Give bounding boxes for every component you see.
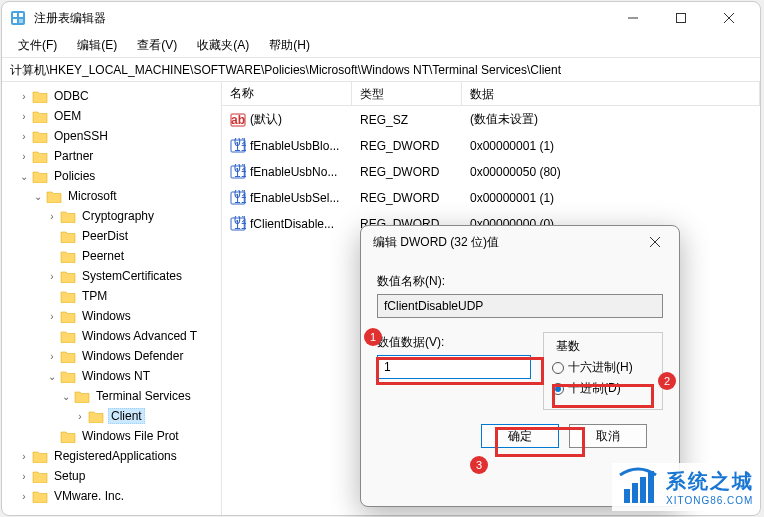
tree-item-label: TPM bbox=[80, 288, 109, 304]
tree-item[interactable]: ›Setup bbox=[2, 466, 221, 486]
tree-item[interactable]: Windows File Prot bbox=[2, 426, 221, 446]
tree-item[interactable]: Windows Advanced T bbox=[2, 326, 221, 346]
folder-icon bbox=[60, 369, 76, 383]
chevron-right-icon[interactable]: › bbox=[16, 111, 32, 122]
radio-hex-label: 十六进制(H) bbox=[568, 359, 633, 376]
tree-item[interactable]: ›VMware. Inc. bbox=[2, 486, 221, 506]
chevron-right-icon[interactable]: › bbox=[16, 91, 32, 102]
dialog-titlebar[interactable]: 编辑 DWORD (32 位)值 bbox=[361, 226, 679, 259]
chevron-right-icon[interactable]: › bbox=[16, 131, 32, 142]
tree-item[interactable]: ⌄Policies bbox=[2, 166, 221, 186]
chevron-right-icon[interactable]: › bbox=[44, 311, 60, 322]
tree-item[interactable]: TPM bbox=[2, 286, 221, 306]
minimize-button[interactable] bbox=[610, 2, 656, 34]
watermark-text-cn: 系统之城 bbox=[666, 468, 754, 495]
folder-icon bbox=[32, 489, 48, 503]
chevron-right-icon[interactable]: › bbox=[44, 351, 60, 362]
menu-help[interactable]: 帮助(H) bbox=[261, 35, 318, 56]
svg-rect-17 bbox=[632, 483, 638, 503]
cancel-button[interactable]: 取消 bbox=[569, 424, 647, 448]
folder-icon bbox=[60, 349, 76, 363]
watermark: 系统之城 XITONG86.COM bbox=[612, 463, 758, 511]
tree-item[interactable]: ›RegisteredApplications bbox=[2, 446, 221, 466]
tree-item-label: SystemCertificates bbox=[80, 268, 184, 284]
chevron-down-icon[interactable]: ⌄ bbox=[30, 191, 46, 202]
value-row[interactable]: fEnableUsbNo...REG_DWORD0x00000050 (80) bbox=[222, 159, 760, 185]
col-header-data[interactable]: 数据 bbox=[462, 82, 760, 105]
dword-value-icon bbox=[230, 216, 246, 232]
col-header-type[interactable]: 类型 bbox=[352, 82, 462, 105]
maximize-button[interactable] bbox=[658, 2, 704, 34]
chevron-down-icon[interactable]: ⌄ bbox=[58, 391, 74, 402]
folder-icon bbox=[32, 469, 48, 483]
tree-item[interactable]: Peernet bbox=[2, 246, 221, 266]
folder-icon bbox=[32, 169, 48, 183]
menu-view[interactable]: 查看(V) bbox=[129, 35, 185, 56]
address-bar[interactable]: 计算机\HKEY_LOCAL_MACHINE\SOFTWARE\Policies… bbox=[2, 58, 760, 82]
tree-item[interactable]: ›SystemCertificates bbox=[2, 266, 221, 286]
tree-item[interactable]: ⌄Terminal Services bbox=[2, 386, 221, 406]
chevron-right-icon[interactable]: › bbox=[44, 271, 60, 282]
svg-rect-19 bbox=[648, 471, 654, 503]
string-value-icon bbox=[230, 112, 246, 128]
tree-panel[interactable]: ›ODBC›OEM›OpenSSH›Partner⌄Policies⌄Micro… bbox=[2, 82, 222, 515]
base-fieldset: 基数 十六进制(H) 十进制(D) bbox=[543, 332, 663, 410]
chevron-right-icon[interactable]: › bbox=[16, 451, 32, 462]
dword-value-icon bbox=[230, 138, 246, 154]
dword-value-icon bbox=[230, 190, 246, 206]
value-name-label: 数值名称(N): bbox=[377, 273, 663, 290]
tree-item[interactable]: ›Cryptography bbox=[2, 206, 221, 226]
tree-item[interactable]: ›ODBC bbox=[2, 86, 221, 106]
ok-button[interactable]: 确定 bbox=[481, 424, 559, 448]
dword-value-icon bbox=[230, 164, 246, 180]
tree-item-label: Terminal Services bbox=[94, 388, 193, 404]
folder-icon bbox=[60, 429, 76, 443]
radio-dec[interactable]: 十进制(D) bbox=[552, 380, 654, 397]
value-row[interactable]: fEnableUsbSel...REG_DWORD0x00000001 (1) bbox=[222, 185, 760, 211]
value-row[interactable]: (默认)REG_SZ(数值未设置) bbox=[222, 106, 760, 133]
folder-icon bbox=[60, 269, 76, 283]
chevron-down-icon[interactable]: ⌄ bbox=[16, 171, 32, 182]
window-title: 注册表编辑器 bbox=[34, 10, 610, 27]
folder-icon bbox=[60, 209, 76, 223]
chevron-right-icon[interactable]: › bbox=[44, 211, 60, 222]
tree-item[interactable]: PeerDist bbox=[2, 226, 221, 246]
tree-item[interactable]: ›Windows bbox=[2, 306, 221, 326]
menu-edit[interactable]: 编辑(E) bbox=[69, 35, 125, 56]
svg-rect-16 bbox=[624, 489, 630, 503]
list-header[interactable]: 名称 类型 数据 bbox=[222, 82, 760, 106]
svg-rect-11 bbox=[677, 14, 686, 23]
menu-favorites[interactable]: 收藏夹(A) bbox=[189, 35, 257, 56]
folder-icon bbox=[60, 249, 76, 263]
chevron-right-icon[interactable]: › bbox=[16, 151, 32, 162]
tree-item-label: Client bbox=[108, 408, 145, 424]
chevron-down-icon[interactable]: ⌄ bbox=[44, 371, 60, 382]
close-button[interactable] bbox=[706, 2, 752, 34]
value-name: fClientDisable... bbox=[250, 217, 334, 231]
tree-item[interactable]: ›Client bbox=[2, 406, 221, 426]
col-header-name[interactable]: 名称 bbox=[222, 82, 352, 105]
folder-icon bbox=[32, 149, 48, 163]
tree-item[interactable]: ›OEM bbox=[2, 106, 221, 126]
folder-icon bbox=[46, 189, 62, 203]
svg-rect-18 bbox=[640, 477, 646, 503]
chevron-right-icon[interactable]: › bbox=[72, 411, 88, 422]
tree-item[interactable]: ›Windows Defender bbox=[2, 346, 221, 366]
tree-item[interactable]: ⌄Windows NT bbox=[2, 366, 221, 386]
tree-item[interactable]: ⌄Microsoft bbox=[2, 186, 221, 206]
menu-file[interactable]: 文件(F) bbox=[10, 35, 65, 56]
tree-item[interactable]: ›OpenSSH bbox=[2, 126, 221, 146]
tree-item-label: ODBC bbox=[52, 88, 91, 104]
titlebar[interactable]: 注册表编辑器 bbox=[2, 2, 760, 34]
chevron-right-icon[interactable]: › bbox=[16, 491, 32, 502]
dialog-close-button[interactable] bbox=[643, 236, 667, 250]
tree-item-label: Cryptography bbox=[80, 208, 156, 224]
value-row[interactable]: fEnableUsbBlo...REG_DWORD0x00000001 (1) bbox=[222, 133, 760, 159]
radio-hex[interactable]: 十六进制(H) bbox=[552, 359, 654, 376]
tree-item-label: Windows Defender bbox=[80, 348, 185, 364]
value-data-field[interactable] bbox=[377, 355, 531, 379]
radio-icon bbox=[552, 362, 564, 374]
tree-item[interactable]: ›Partner bbox=[2, 146, 221, 166]
tree-item-label: VMware. Inc. bbox=[52, 488, 126, 504]
chevron-right-icon[interactable]: › bbox=[16, 471, 32, 482]
